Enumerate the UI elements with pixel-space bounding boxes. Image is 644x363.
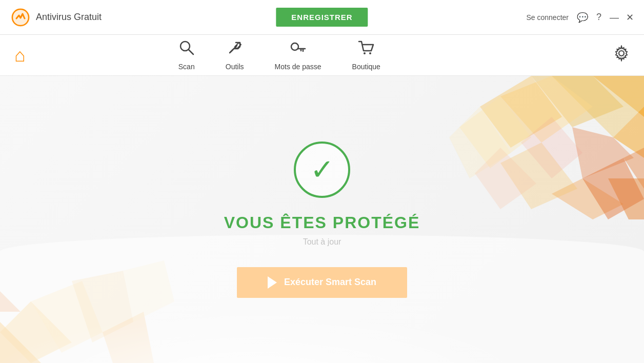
svg-marker-25	[521, 117, 582, 178]
smart-scan-button[interactable]: Exécuter Smart Scan	[237, 267, 407, 298]
svg-marker-30	[72, 271, 133, 342]
nav-item-scan[interactable]: Scan	[163, 34, 210, 76]
svg-point-4	[291, 43, 298, 50]
svg-marker-17	[623, 148, 644, 189]
svg-marker-22	[582, 158, 644, 219]
main-content: ✓ VOUS ÊTES PROTÉGÉ Tout à jour Exécuter…	[0, 76, 644, 363]
play-icon	[268, 276, 277, 289]
outils-label: Outils	[226, 63, 244, 71]
avast-logo-icon	[10, 7, 31, 28]
window-controls: — ✕	[610, 13, 634, 22]
svg-line-2	[189, 50, 193, 54]
svg-marker-28	[0, 301, 72, 363]
white-curve	[0, 235, 644, 363]
svg-marker-24	[449, 107, 511, 178]
svg-marker-20	[608, 178, 644, 219]
svg-marker-27	[0, 322, 41, 363]
svg-marker-29	[31, 281, 103, 353]
svg-marker-31	[0, 291, 21, 312]
svg-point-8	[364, 52, 366, 54]
svg-marker-18	[480, 76, 562, 148]
nav-bar: ⌂ Scan Outils	[0, 35, 644, 76]
minimize-button[interactable]: —	[610, 13, 619, 22]
settings-button[interactable]	[609, 41, 634, 69]
se-connecter-link[interactable]: Se connecter	[526, 13, 569, 22]
svg-point-9	[369, 52, 371, 54]
svg-marker-15	[500, 76, 593, 143]
svg-marker-14	[613, 107, 644, 158]
nav-item-boutique[interactable]: Boutique	[337, 34, 396, 76]
nav-items: Scan Outils Mots de passe	[163, 34, 396, 76]
svg-point-10	[619, 51, 624, 56]
status-subtitle: Tout à jour	[303, 237, 341, 247]
svg-marker-16	[572, 127, 634, 178]
svg-marker-26	[475, 148, 536, 209]
outils-icon	[227, 39, 243, 59]
svg-marker-23	[500, 143, 577, 209]
chat-icon[interactable]: 💬	[577, 12, 588, 23]
status-title-part2: PROTÉGÉ	[333, 213, 420, 232]
svg-marker-13	[531, 76, 623, 127]
key-icon	[290, 39, 306, 59]
status-circle: ✓	[294, 142, 350, 198]
svg-marker-32	[103, 312, 154, 363]
scan-icon	[178, 39, 195, 59]
check-icon: ✓	[310, 155, 334, 184]
close-button[interactable]: ✕	[626, 13, 634, 22]
deco-bottom-left	[0, 260, 174, 363]
svg-marker-21	[552, 178, 623, 219]
status-title: VOUS ÊTES PROTÉGÉ	[224, 213, 420, 232]
title-bar: Antivirus Gratuit ENREGISTRER Se connect…	[0, 0, 644, 35]
scan-button-label: Exécuter Smart Scan	[284, 277, 376, 288]
nav-item-outils[interactable]: Outils	[210, 34, 259, 76]
help-icon[interactable]: ?	[596, 12, 601, 23]
app-title: Antivirus Gratuit	[36, 12, 102, 23]
svg-marker-11	[593, 76, 644, 117]
register-button[interactable]: ENREGISTRER	[276, 8, 368, 27]
boutique-label: Boutique	[352, 63, 380, 71]
logo-area: Antivirus Gratuit	[10, 7, 102, 28]
status-title-part1: VOUS ÊTES	[224, 213, 333, 232]
home-icon: ⌂	[14, 45, 26, 66]
title-right-controls: Se connecter 💬 ? — ✕	[526, 12, 634, 23]
mots-de-passe-label: Mots de passe	[275, 63, 321, 71]
home-button[interactable]: ⌂	[10, 41, 30, 70]
svg-line-3	[231, 50, 233, 52]
scan-label: Scan	[178, 63, 195, 71]
svg-marker-33	[123, 260, 174, 322]
svg-marker-12	[552, 76, 644, 137]
cart-icon	[358, 39, 374, 59]
deco-top-right	[449, 76, 644, 219]
nav-item-mots-de-passe[interactable]: Mots de passe	[259, 34, 337, 76]
svg-marker-19	[459, 96, 531, 168]
